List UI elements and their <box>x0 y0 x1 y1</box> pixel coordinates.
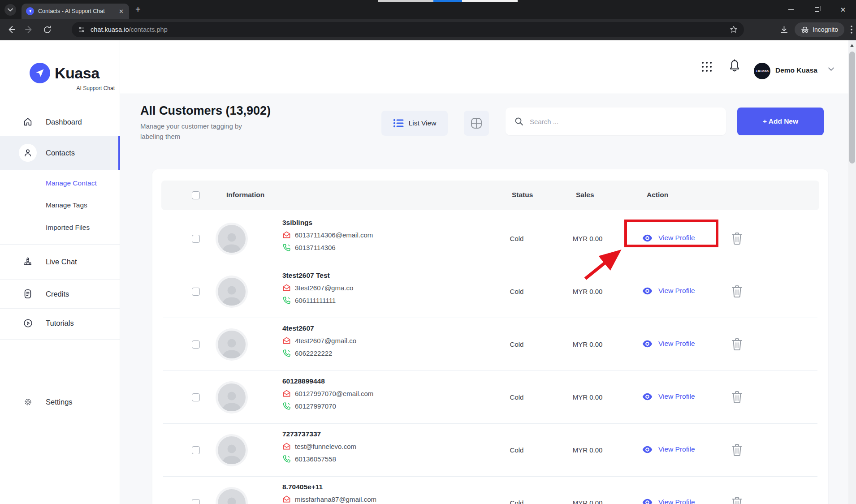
back-button[interactable] <box>4 23 18 36</box>
view-profile-button[interactable]: View Profile <box>642 445 695 453</box>
downloads-icon[interactable] <box>780 26 788 34</box>
sales-value: MYR 0.00 <box>565 446 610 454</box>
view-profile-button[interactable]: View Profile <box>642 234 695 242</box>
bookmark-star-icon[interactable] <box>730 26 738 34</box>
tab-search-button[interactable] <box>4 4 16 16</box>
person-icon <box>19 144 37 162</box>
contact-email: missfarhana87@gmail.com <box>282 495 376 503</box>
avatar <box>216 328 248 361</box>
row-checkbox[interactable] <box>192 340 200 349</box>
row-checkbox[interactable] <box>192 393 200 401</box>
new-tab-button[interactable]: + <box>135 5 141 14</box>
sidebar-subitem-manage-tags[interactable]: Manage Tags <box>46 201 87 209</box>
grid-view-button[interactable] <box>464 111 489 136</box>
trash-icon <box>731 285 743 298</box>
avatar <box>216 434 248 466</box>
delete-button[interactable] <box>731 338 743 351</box>
notifications-bell-icon[interactable] <box>728 59 741 73</box>
trash-icon <box>731 444 743 457</box>
sales-value: MYR 0.00 <box>565 288 610 295</box>
restore-button[interactable] <box>804 0 830 19</box>
add-new-button[interactable]: + Add New <box>737 108 824 135</box>
row-checkbox[interactable] <box>192 288 200 296</box>
page-subtitle: Manage your customer tagging by labeling… <box>140 121 261 142</box>
contact-email: 4test2607@gmail.co <box>282 337 356 345</box>
contact-phone: 60127997070 <box>282 402 336 410</box>
row-checkbox[interactable] <box>192 446 200 454</box>
column-information: Information <box>226 191 264 199</box>
phone-icon <box>282 243 291 252</box>
close-button[interactable]: ✕ <box>830 0 856 19</box>
address-bar[interactable]: chat.kuasa.io/contacts.php <box>72 22 744 37</box>
sales-value: MYR 0.00 <box>565 340 610 348</box>
incognito-badge[interactable]: Incognito <box>795 22 844 37</box>
contact-phone: 60136057558 <box>282 455 336 463</box>
page-title: All Customers (13,902) <box>140 104 271 118</box>
browser-menu-icon[interactable] <box>851 26 852 34</box>
view-profile-button[interactable]: View Profile <box>642 392 695 401</box>
email-icon <box>282 390 291 397</box>
avatar <box>216 381 248 414</box>
user-avatar[interactable]: ●Kuasa <box>754 63 770 79</box>
home-icon <box>20 114 36 130</box>
row-checkbox[interactable] <box>192 235 200 243</box>
minimize-button[interactable] <box>778 0 804 19</box>
email-icon <box>282 443 291 450</box>
sidebar: Kuasa AI Support Chat Dashboard Contacts… <box>0 40 120 504</box>
sidebar-subitem-imported-files[interactable]: Imported Files <box>46 224 90 232</box>
page-scrollbar[interactable] <box>848 40 856 504</box>
kuasa-favicon-icon <box>26 7 34 15</box>
tab-close-icon[interactable]: ✕ <box>118 8 125 15</box>
contact-email: 60137114306@email.com <box>282 231 373 239</box>
scrollbar-thumb[interactable] <box>849 52 855 164</box>
delete-button[interactable] <box>731 232 743 245</box>
row-checkbox[interactable] <box>192 499 200 504</box>
apps-grid-icon[interactable] <box>701 61 713 73</box>
search-input[interactable] <box>530 118 717 125</box>
search-box <box>506 108 726 135</box>
sidebar-item-tutorials[interactable]: Tutorials <box>0 310 120 336</box>
sidebar-item-live-chat[interactable]: Live Chat <box>0 249 120 274</box>
scrollbar-up-arrow[interactable] <box>850 44 854 47</box>
list-view-button[interactable]: List View <box>381 111 448 136</box>
site-info-icon[interactable] <box>78 26 85 33</box>
brand-name: Kuasa <box>55 65 99 82</box>
delete-button[interactable] <box>731 496 743 504</box>
sidebar-subitem-manage-contact[interactable]: Manage Contact <box>46 179 97 187</box>
status-value: Cold <box>497 235 537 242</box>
email-icon <box>282 337 291 345</box>
sidebar-item-credits[interactable]: Credits <box>0 281 120 306</box>
tab-strip: Contacts - AI Support Chat ✕ + ✕ <box>0 0 856 19</box>
window-controls: ✕ <box>778 0 856 19</box>
user-menu-chevron-icon[interactable] <box>828 67 834 71</box>
list-view-icon <box>393 119 404 128</box>
contact-name: 7273737337 <box>282 430 321 438</box>
reload-button[interactable] <box>40 23 54 36</box>
table-header: Information Status Sales Action <box>161 181 819 210</box>
trash-icon <box>731 338 743 351</box>
incognito-icon <box>801 26 809 33</box>
phone-icon <box>282 296 291 305</box>
column-action: Action <box>647 191 668 199</box>
status-value: Cold <box>497 499 537 504</box>
delete-button[interactable] <box>731 444 743 457</box>
delete-button[interactable] <box>731 285 743 298</box>
sidebar-item-dashboard[interactable]: Dashboard <box>0 109 120 134</box>
view-profile-button[interactable]: View Profile <box>642 340 695 348</box>
contact-name: 60128899448 <box>282 377 325 385</box>
brand-logo[interactable]: Kuasa <box>30 63 99 83</box>
avatar <box>216 276 248 308</box>
kuasa-logo-icon <box>30 63 50 83</box>
browser-tab[interactable]: Contacts - AI Support Chat ✕ <box>22 4 129 19</box>
select-all-checkbox[interactable] <box>192 191 200 199</box>
view-profile-button[interactable]: View Profile <box>642 287 695 295</box>
sidebar-item-contacts[interactable]: Contacts <box>0 136 120 170</box>
sidebar-item-settings[interactable]: Settings <box>0 389 120 414</box>
gear-icon <box>20 394 36 410</box>
forward-button[interactable] <box>22 23 36 36</box>
live-chat-icon <box>20 254 36 270</box>
grid-view-icon <box>470 117 483 129</box>
eye-icon <box>642 499 653 504</box>
view-profile-button[interactable]: View Profile <box>642 498 695 504</box>
delete-button[interactable] <box>731 391 743 404</box>
